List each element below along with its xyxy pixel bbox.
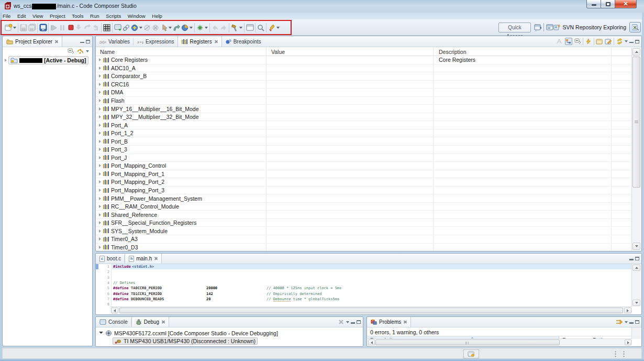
registers-table-header[interactable]: Name Value Description [96,48,641,56]
minimize-button[interactable] [586,0,601,8]
new-register-group-icon[interactable] [596,38,603,45]
suspend-icon[interactable] [58,24,66,32]
menu-view[interactable]: View [32,13,43,19]
back-icon[interactable] [211,24,219,32]
project-tree-item[interactable]: [Active - Debug] [5,56,92,64]
svn-perspective-icon[interactable]: 0 [553,24,561,31]
collapse-icon[interactable] [99,332,103,335]
profile-icon[interactable] [181,24,189,32]
tab-variables[interactable]: (x)= Variables [96,36,134,47]
table-row[interactable]: Timer0_D3 [96,244,631,250]
view-menu-icon[interactable] [86,50,89,52]
resume-icon[interactable] [50,24,58,32]
mark-occurrences-icon[interactable] [268,24,276,32]
save-all-icon[interactable] [28,24,36,32]
tab-breakpoints[interactable]: Breakpoints [222,36,265,47]
restart-dropdown[interactable] [139,27,142,29]
table-row[interactable]: Port_1_2 [96,129,631,138]
close-tab-icon[interactable] [403,320,407,324]
tree-mode-icon[interactable] [565,38,572,45]
show-view-icon[interactable] [114,24,122,32]
forward-icon[interactable] [219,24,228,32]
menu-scripts[interactable]: Scripts [106,13,121,19]
pointer-mode-icon[interactable] [160,24,168,32]
table-row[interactable]: ADC10_A [96,64,631,73]
table-row[interactable]: Timer0_A3 [96,235,631,244]
link-icon[interactable] [122,24,130,32]
horizontal-scrollbar[interactable] [368,338,632,346]
table-row[interactable]: Port_Mapping_Control [96,162,631,170]
view-menu-icon[interactable] [625,40,628,42]
edit-register-group-icon[interactable] [605,38,612,45]
table-row[interactable]: Port_Mapping_Port_3 [96,187,631,195]
skip-breakpoints-icon[interactable] [143,24,151,32]
table-row[interactable]: PMM__Power_Management_System [96,194,631,203]
table-row[interactable]: Flash [96,97,631,105]
filter-icon[interactable] [616,319,623,326]
menu-run[interactable]: Run [90,13,99,19]
ccs-edit-perspective-icon[interactable] [546,24,553,31]
profile-dropdown[interactable] [190,27,193,29]
minimize-view-icon[interactable] [629,322,634,324]
close-button[interactable]: ✕ [615,0,637,8]
close-tab-icon[interactable] [54,40,58,43]
restart-icon[interactable] [130,24,139,32]
step-clock-icon[interactable] [172,24,181,32]
terminate-icon[interactable] [66,24,75,32]
vertical-scrollbar[interactable] [631,264,641,307]
console-window-icon[interactable] [246,24,254,32]
minimize-view-icon[interactable] [80,42,84,43]
show-type-names-icon[interactable] [556,38,563,45]
expand-icon[interactable] [5,59,7,62]
restore-button[interactable] [601,0,615,8]
new-wizard-dropdown[interactable] [13,27,16,29]
tab-debug[interactable]: Debug [131,317,169,327]
build-hammer-dropdown[interactable] [239,27,242,29]
code-editor[interactable]: 1 2 3 4 5 6 7 8 #include <stdint.h> // D… [96,264,632,307]
flash-settings-icon[interactable] [196,24,204,32]
flash-settings-dropdown[interactable] [205,27,208,29]
close-tab-icon[interactable] [161,320,165,324]
close-tab-icon[interactable] [154,257,158,260]
remove-breakpoints-icon[interactable] [151,24,160,32]
table-row[interactable]: MPY_16__Multiplier__16_Bit_Mode [96,105,631,113]
close-tab-icon[interactable] [214,40,218,43]
view-menu-icon[interactable] [346,321,349,323]
table-row[interactable]: DMA [96,89,631,97]
tab-project-explorer[interactable]: Project Explorer [3,36,62,47]
view-menu-icon[interactable] [625,321,628,323]
vertical-scrollbar[interactable] [631,327,641,339]
column-name[interactable]: Name [100,49,115,55]
column-description[interactable]: Description [439,49,467,55]
search-icon[interactable] [257,24,265,32]
quick-access[interactable]: Quick Access [498,23,531,32]
tab-expressions[interactable]: x+y Expressions [134,36,177,47]
step-over-icon[interactable] [83,24,92,32]
menu-window[interactable]: Window [128,13,146,19]
table-row[interactable]: Port_Mapping_Port_2 [96,178,631,187]
horizontal-scrollbar[interactable] [110,307,632,314]
link-editor-icon[interactable] [76,48,84,55]
collapse-all-icon[interactable] [574,38,581,45]
statusbar-button[interactable] [463,349,479,358]
remove-terminated-icon[interactable] [337,319,345,326]
debug-tree-item-target[interactable]: MSP430F5172.ccxml [Code Composer Studio … [99,329,363,337]
column-value[interactable]: Value [271,49,285,55]
minimize-view-icon[interactable] [629,42,634,43]
tab-boot-c[interactable]: c boot.c [96,254,125,264]
table-row[interactable]: Comparator_B [96,72,631,81]
pointer-mode-dropdown[interactable] [169,27,172,29]
table-row[interactable]: MPY_32__Multiplier__32_Bit_Mode [96,113,631,122]
tab-problems[interactable]: Problems [367,317,411,327]
flash-refresh-icon[interactable] [585,38,592,45]
table-row[interactable]: SYS__System_Module [96,227,631,235]
debug-tree-item-device[interactable]: TI MSP430 USB1/MSP430 (Disconnected : Un… [99,337,363,345]
debug-icon[interactable] [39,24,47,32]
active-perspective-button[interactable] [629,22,641,32]
new-wizard-icon[interactable] [4,24,13,32]
menu-help[interactable]: Help [152,13,162,19]
tab-console[interactable]: Console [96,317,131,327]
table-row[interactable]: SFR__Special_Function_Registers [96,219,631,227]
table-row[interactable]: Port_Mapping_Port_1 [96,170,631,179]
refresh-icon[interactable] [616,38,623,45]
